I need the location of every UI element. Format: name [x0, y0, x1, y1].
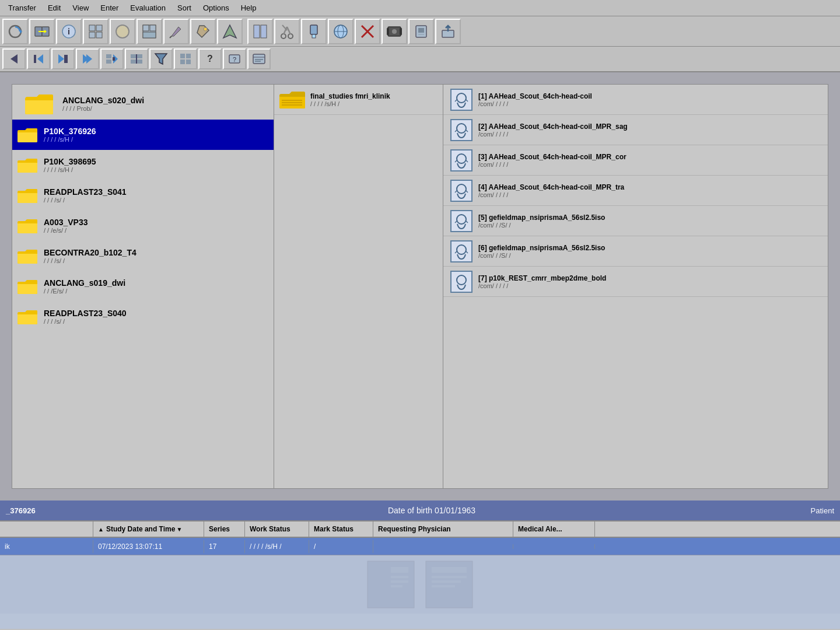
svg-rect-90	[391, 576, 408, 578]
patient-item-4[interactable]: BECONTRA20_b102_T4 / / / /s/ /	[12, 241, 274, 271]
patient-info-1: P10K_398695 / / / / /s/H /	[44, 157, 269, 173]
series-sub-5: /com/ / /S/ /	[478, 252, 605, 259]
series-info-1: [2] AAHead_Scout_64ch-head-coil_MPR_sag …	[478, 123, 628, 138]
svg-rect-38	[418, 28, 424, 33]
svg-rect-42	[34, 55, 36, 63]
th-name[interactable]	[0, 522, 93, 537]
series-item-2[interactable]: [3] AAHead_Scout_64ch-head-coil_MPR_cor …	[443, 145, 828, 176]
patient-item-6[interactable]: READPLAST23_S040 / / / /s/ /	[12, 302, 274, 332]
patient-info-0: P10K_376926 / / / / /s/H /	[44, 127, 269, 143]
th-medical-alert[interactable]: Medical Ale...	[513, 522, 595, 537]
patient-item-2[interactable]: READPLAST23_S041 / / / /s/ /	[12, 180, 274, 211]
toolbar-btn-tool2[interactable]	[190, 19, 216, 44]
toolbar-btn-layout[interactable]	[136, 19, 162, 44]
patient-name-1: P10K_398695	[44, 157, 269, 166]
toolbar-btn-globe[interactable]	[328, 19, 354, 44]
toolbar2-btn-next1[interactable]	[51, 48, 75, 69]
toolbar2-btn-help1[interactable]: ?	[198, 48, 222, 69]
svg-rect-13	[143, 25, 149, 31]
patient-item-0[interactable]: P10K_376926 / / / / /s/H /	[12, 120, 274, 150]
toolbar2-btn-nav4[interactable]	[125, 48, 148, 69]
status-patient-label: Patient	[770, 506, 840, 515]
series-item-0[interactable]: [1] AAHead_Scout_64ch-head-coil /com/ / …	[443, 85, 828, 115]
menu-view[interactable]: View	[66, 2, 94, 14]
th-req-physician[interactable]: Requesting Physician	[373, 522, 513, 537]
patient-item-3[interactable]: A003_VP33 / / /e/s/ /	[12, 211, 274, 241]
patient-item-1[interactable]: P10K_398695 / / / / /s/H /	[12, 150, 274, 180]
toolbar2-btn-help2[interactable]: ?	[223, 48, 246, 69]
series-thumb-5	[450, 240, 473, 262]
toolbar2-btn-nav3[interactable]	[100, 48, 124, 69]
toolbar-btn-cut[interactable]	[274, 19, 300, 44]
svg-rect-35	[400, 28, 402, 35]
series-thumb-2	[450, 149, 473, 172]
toolbar2-btn-nav5[interactable]	[174, 48, 197, 69]
toolbar2-btn-prev1[interactable]	[27, 48, 50, 69]
svg-point-21	[281, 34, 286, 38]
series-info-3: [4] AAHead_Scout_64ch-head-coil_MPR_tra …	[478, 183, 624, 198]
toolbar1: i	[0, 16, 840, 47]
patient-item-5[interactable]: ANCLANG_s019_dwi / / /E/s/ /	[12, 271, 274, 302]
menu-transfer[interactable]: Transfer	[2, 2, 42, 14]
menu-edit[interactable]: Edit	[42, 2, 66, 14]
status-dob: Date of birth 01/01/1963	[93, 506, 770, 515]
series-info-4: [5] gefieldmap_nsiprismaA_56sl2.5iso /co…	[478, 214, 605, 229]
top-patient-item[interactable]: ANCLANG_s020_dwi / / / / Prob/	[12, 85, 274, 120]
study-item-0[interactable]: final_studies fmri_klinik / / / / /s/H /	[274, 85, 443, 115]
toolbar-btn-device[interactable]	[408, 19, 434, 44]
series-item-6[interactable]: [7] p10k_REST_cmrr_mbep2dme_bold /com/ /…	[443, 267, 828, 297]
svg-rect-51	[113, 57, 115, 61]
toolbar2-btn-filter[interactable]	[149, 48, 173, 69]
toolbar-btn-grid[interactable]	[83, 19, 108, 44]
menu-help[interactable]: Help	[235, 2, 262, 14]
toolbar2-btn-back[interactable]	[2, 48, 26, 69]
menu-evaluation[interactable]: Evaluation	[124, 2, 172, 14]
th-work-status[interactable]: Work Status	[245, 522, 309, 537]
study-sub-0: / / / / /s/H /	[310, 100, 438, 107]
pane-area: ANCLANG_s020_dwi / / / / Prob/ P10K_3769…	[0, 72, 840, 501]
bottom-preview	[0, 555, 840, 614]
series-item-1[interactable]: [2] AAHead_Scout_64ch-head-coil_MPR_sag …	[443, 115, 828, 145]
toolbar-btn-refresh[interactable]	[2, 19, 28, 44]
th-mark-status[interactable]: Mark Status	[309, 522, 373, 537]
svg-marker-18	[223, 25, 236, 38]
menu-sort[interactable]: Sort	[172, 2, 197, 14]
patient-folder-icon-6	[17, 309, 38, 325]
th-study-date[interactable]: ▲ Study Date and Time ▼	[93, 522, 204, 537]
toolbar-btn-brush[interactable]	[301, 19, 327, 44]
svg-rect-19	[254, 25, 260, 38]
toolbar-btn-close[interactable]	[355, 19, 380, 44]
svg-rect-94	[432, 567, 467, 573]
series-name-0: [1] AAHead_Scout_64ch-head-coil	[478, 92, 592, 100]
series-info-0: [1] AAHead_Scout_64ch-head-coil /com/ / …	[478, 92, 592, 107]
svg-rect-89	[391, 567, 408, 573]
top-folder-icon	[24, 92, 54, 116]
menu-options[interactable]: Options	[197, 2, 235, 14]
toolbar-btn-navigate[interactable]	[217, 19, 243, 44]
menubar: Transfer Edit View Enter Evaluation Sort…	[0, 0, 840, 16]
top-patient-sub: / / / / Prob/	[62, 105, 269, 112]
toolbar-btn-info[interactable]: i	[56, 19, 82, 44]
toolbar-btn-tool1[interactable]	[163, 19, 189, 44]
svg-rect-27	[312, 34, 316, 38]
toolbar-btn-circle[interactable]	[110, 19, 135, 44]
menu-enter[interactable]: Enter	[94, 2, 124, 14]
svg-point-78	[457, 184, 466, 194]
table-row-0[interactable]: ik 07/12/2023 13:07:11 17 / / / / /s/H /…	[0, 538, 840, 555]
series-info-5: [6] gefieldmap_nsiprismaA_56sl2.5iso /co…	[478, 244, 605, 259]
svg-rect-97	[432, 585, 455, 587]
toolbar-btn-transfer[interactable]	[29, 19, 55, 44]
patient-folder-icon-5	[17, 278, 38, 295]
svg-rect-48	[106, 54, 111, 58]
series-item-4[interactable]: [5] gefieldmap_nsiprismaA_56sl2.5iso /co…	[443, 206, 828, 236]
toolbar2-btn-help3[interactable]	[247, 48, 271, 69]
th-series[interactable]: Series	[204, 522, 245, 537]
toolbar-btn-split[interactable]	[247, 19, 273, 44]
patient-sub-3: / / /e/s/ /	[44, 227, 269, 234]
bottom-table-area: ▲ Study Date and Time ▼ Series Work Stat…	[0, 520, 840, 629]
toolbar-btn-film[interactable]	[382, 19, 407, 44]
toolbar-btn-export[interactable]	[435, 19, 461, 44]
series-item-3[interactable]: [4] AAHead_Scout_64ch-head-coil_MPR_tra …	[443, 176, 828, 206]
toolbar2-btn-next2[interactable]	[76, 48, 99, 69]
series-item-5[interactable]: [6] gefieldmap_nsiprismaA_56sl2.5iso /co…	[443, 236, 828, 267]
